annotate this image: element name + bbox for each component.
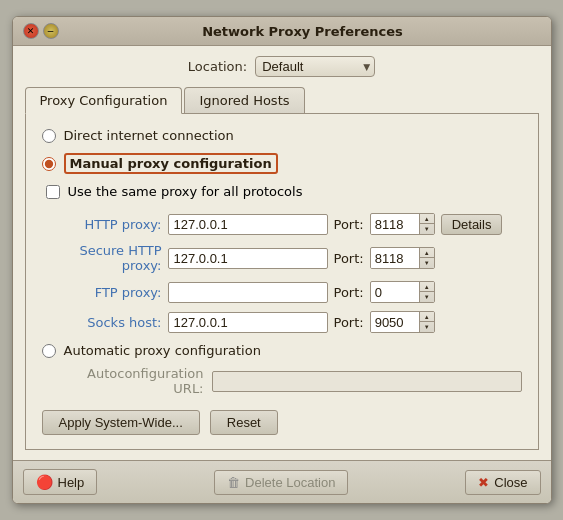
http-port-down[interactable]: ▼ [420, 224, 434, 234]
auto-radio[interactable] [42, 344, 56, 358]
http-port-label: Port: [334, 217, 364, 232]
manual-proxy-row: Manual proxy configuration [42, 153, 522, 174]
ftp-port-up[interactable]: ▲ [420, 282, 434, 292]
minimize-window-button[interactable]: − [43, 23, 59, 39]
help-icon: 🔴 [36, 474, 53, 490]
ftp-port-input[interactable] [371, 283, 419, 302]
socks-port-up[interactable]: ▲ [420, 312, 434, 322]
tabs-bar: Proxy Configuration Ignored Hosts [25, 87, 539, 114]
secure-port-up[interactable]: ▲ [420, 248, 434, 258]
direct-label: Direct internet connection [64, 128, 234, 143]
auto-url-input[interactable] [212, 371, 522, 392]
location-select[interactable]: Default [255, 56, 375, 77]
ftp-port-wrapper: ▲ ▼ [370, 281, 435, 303]
main-window: ✕ − Network Proxy Preferences Location: … [12, 16, 552, 504]
ftp-port-label: Port: [334, 285, 364, 300]
secure-port-spinners: ▲ ▼ [419, 248, 434, 268]
tab-content-proxy-config: Direct internet connection Manual proxy … [25, 114, 539, 450]
ftp-label: FTP proxy: [42, 285, 162, 300]
socks-port-wrapper: ▲ ▼ [370, 311, 435, 333]
http-port-input[interactable] [371, 215, 419, 234]
location-label: Location: [188, 59, 247, 74]
ftp-port-down[interactable]: ▼ [420, 292, 434, 302]
secure-port-down[interactable]: ▼ [420, 258, 434, 268]
bottom-bar: 🔴 Help 🗑 Delete Location ✖ Close [13, 460, 551, 503]
secure-http-proxy-row: Secure HTTP proxy: Port: ▲ ▼ [42, 243, 522, 273]
secure-http-input[interactable] [168, 248, 328, 269]
location-row: Location: Default [25, 56, 539, 77]
close-button[interactable]: ✖ Close [465, 470, 540, 495]
socks-port-spinners: ▲ ▼ [419, 312, 434, 332]
socks-port-down[interactable]: ▼ [420, 322, 434, 332]
secure-port-input[interactable] [371, 249, 419, 268]
delete-icon: 🗑 [227, 475, 240, 490]
direct-radio[interactable] [42, 129, 56, 143]
socks-port-label: Port: [334, 315, 364, 330]
secure-port-label: Port: [334, 251, 364, 266]
http-proxy-label: HTTP proxy: [42, 217, 162, 232]
secure-http-label: Secure HTTP proxy: [42, 243, 162, 273]
same-proxy-label: Use the same proxy for all protocols [68, 184, 303, 199]
ftp-port-spinners: ▲ ▼ [419, 282, 434, 302]
close-icon: ✖ [478, 475, 489, 490]
socks-label: Socks host: [42, 315, 162, 330]
http-proxy-input[interactable] [168, 214, 328, 235]
apply-system-wide-button[interactable]: Apply System-Wide... [42, 410, 200, 435]
same-proxy-row: Use the same proxy for all protocols [46, 184, 522, 199]
close-window-button[interactable]: ✕ [23, 23, 39, 39]
direct-connection-row: Direct internet connection [42, 128, 522, 143]
ftp-proxy-row: FTP proxy: Port: ▲ ▼ [42, 281, 522, 303]
ftp-proxy-input[interactable] [168, 282, 328, 303]
same-proxy-checkbox[interactable] [46, 185, 60, 199]
reset-button[interactable]: Reset [210, 410, 278, 435]
auto-proxy-row: Automatic proxy configuration [42, 343, 522, 358]
delete-location-button[interactable]: 🗑 Delete Location [214, 470, 348, 495]
tab-proxy-config[interactable]: Proxy Configuration [25, 87, 183, 114]
details-button[interactable]: Details [441, 214, 503, 235]
action-buttons: Apply System-Wide... Reset [42, 410, 522, 435]
secure-port-wrapper: ▲ ▼ [370, 247, 435, 269]
manual-radio[interactable] [42, 157, 56, 171]
http-port-wrapper: ▲ ▼ [370, 213, 435, 235]
socks-input[interactable] [168, 312, 328, 333]
socks-proxy-row: Socks host: Port: ▲ ▼ [42, 311, 522, 333]
titlebar: ✕ − Network Proxy Preferences [13, 17, 551, 46]
manual-label: Manual proxy configuration [64, 153, 278, 174]
window-controls: ✕ − [23, 23, 59, 39]
window-title: Network Proxy Preferences [65, 24, 541, 39]
http-port-up[interactable]: ▲ [420, 214, 434, 224]
http-port-spinners: ▲ ▼ [419, 214, 434, 234]
auto-url-row: Autoconfiguration URL: [64, 366, 522, 396]
auto-url-label: Autoconfiguration URL: [64, 366, 204, 396]
help-button[interactable]: 🔴 Help [23, 469, 98, 495]
tab-ignored-hosts[interactable]: Ignored Hosts [184, 87, 304, 113]
window-body: Location: Default Proxy Configuration Ig… [13, 46, 551, 460]
socks-port-input[interactable] [371, 313, 419, 332]
auto-label: Automatic proxy configuration [64, 343, 261, 358]
http-proxy-row: HTTP proxy: Port: ▲ ▼ Details [42, 213, 522, 235]
location-select-wrapper: Default [255, 56, 375, 77]
